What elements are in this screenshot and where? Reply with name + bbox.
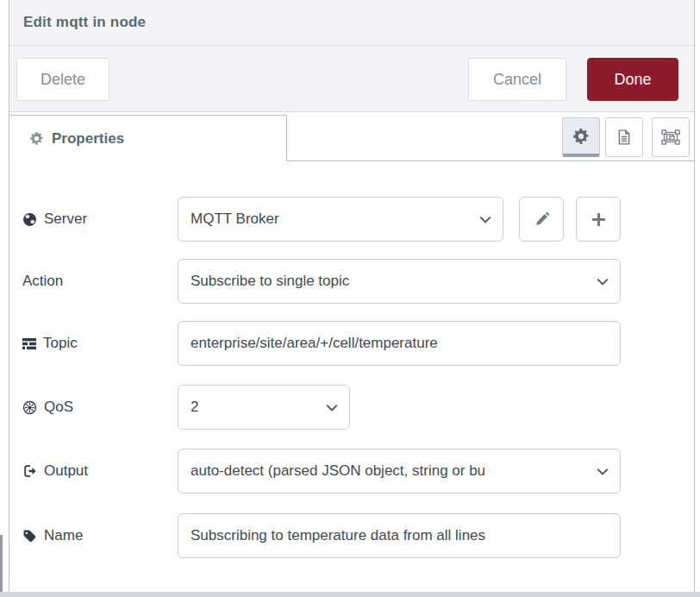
server-row: Server MQTT Broker	[22, 197, 694, 242]
description-tab-button[interactable]	[605, 117, 643, 157]
tab-properties[interactable]: Properties	[9, 115, 287, 161]
qos-row: QoS 2	[22, 385, 694, 430]
output-row: Output auto-detect (parsed JSON object, …	[22, 449, 694, 493]
chevron-down-icon	[326, 404, 338, 412]
globe-icon	[22, 212, 37, 227]
gear-icon	[573, 129, 589, 144]
server-select[interactable]: MQTT Broker	[178, 197, 503, 242]
sign-out-icon	[22, 464, 37, 478]
topic-input[interactable]	[178, 321, 621, 366]
server-label: Server	[22, 211, 178, 228]
appearance-tab-button[interactable]	[652, 117, 690, 157]
edit-node-tray: Edit mqtt in node Delete Cancel Done Pro…	[0, 0, 700, 597]
qos-label: QoS	[22, 399, 178, 416]
name-label: Name	[22, 527, 178, 544]
appearance-icon	[661, 129, 680, 146]
output-select-value: auto-detect (parsed JSON object, string …	[191, 462, 485, 480]
empire-icon	[22, 400, 37, 415]
dialog-toolbar: Delete Cancel Done	[9, 46, 694, 112]
chevron-down-icon	[597, 468, 609, 475]
qos-select[interactable]: 2	[178, 385, 350, 430]
done-button[interactable]: Done	[587, 58, 678, 101]
delete-button[interactable]: Delete	[16, 58, 109, 101]
action-select[interactable]: Subscribe to single topic	[178, 259, 621, 304]
workspace-bottom-sliver	[0, 592, 700, 597]
topic-row: Topic	[22, 321, 694, 366]
gear-icon	[30, 132, 43, 145]
add-server-button[interactable]	[576, 197, 621, 242]
tag-icon	[22, 529, 37, 544]
dialog-header: Edit mqtt in node	[9, 0, 694, 46]
output-label: Output	[22, 462, 178, 480]
tab-properties-label: Properties	[52, 130, 124, 148]
topic-label: Topic	[22, 335, 178, 352]
chevron-down-icon	[597, 278, 609, 286]
chevron-down-icon	[479, 216, 491, 223]
qos-select-value: 2	[191, 399, 198, 416]
name-row: Name	[22, 513, 694, 558]
properties-form: Server MQTT Broker	[9, 161, 694, 591]
workspace-left-sliver	[0, 0, 9, 592]
workspace-scrollbar[interactable]	[0, 535, 3, 592]
editor-tab-bar: Properties	[9, 112, 694, 161]
action-select-value: Subscribe to single topic	[191, 273, 349, 290]
action-row: Action Subscribe to single topic	[22, 259, 694, 304]
cancel-button[interactable]: Cancel	[468, 58, 566, 101]
edit-mqtt-dialog: Edit mqtt in node Delete Cancel Done Pro…	[9, 0, 695, 592]
name-input[interactable]	[178, 513, 621, 558]
output-select[interactable]: auto-detect (parsed JSON object, string …	[178, 449, 621, 493]
properties-tab-button[interactable]	[562, 117, 600, 157]
plus-icon	[591, 212, 606, 227]
dialog-title: Edit mqtt in node	[23, 14, 146, 31]
action-label: Action	[22, 273, 178, 290]
pencil-icon	[534, 212, 549, 227]
edit-server-button[interactable]	[519, 197, 564, 242]
server-select-value: MQTT Broker	[191, 211, 279, 228]
file-icon	[616, 129, 632, 146]
tasks-icon	[22, 337, 36, 350]
